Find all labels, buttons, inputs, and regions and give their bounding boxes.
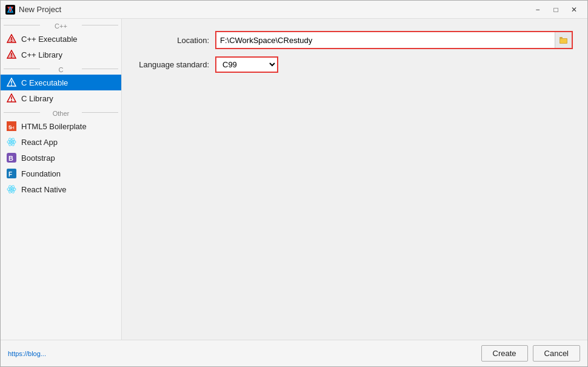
react-native-icon — [7, 184, 16, 194]
svg-text:B: B — [8, 155, 13, 162]
close-button[interactable]: ✕ — [566, 3, 583, 16]
sidebar-item-foundation-label: Foundation — [21, 169, 61, 178]
sidebar-item-cpp-library[interactable]: C++ Library — [1, 47, 121, 62]
create-button[interactable]: Create — [481, 345, 528, 362]
foundation-icon: F — [7, 169, 16, 178]
svg-point-5 — [11, 41, 12, 42]
section-label-cpp: C++ — [1, 19, 121, 31]
maximize-button[interactable]: □ — [547, 3, 564, 16]
main-panel: Location: Language s — [122, 19, 587, 340]
language-standard-select[interactable]: C89 C99 C11 C17 GNU99 GNU11 — [216, 58, 277, 72]
svg-point-19 — [10, 141, 13, 143]
location-input[interactable] — [216, 34, 555, 47]
titlebar: New Project − □ ✕ — [1, 1, 587, 19]
cpp-library-icon — [7, 50, 16, 59]
sidebar-item-react-app[interactable]: React App — [1, 134, 121, 150]
dialog-content: C++ C++ Executable — [1, 19, 587, 340]
sidebar-item-cpp-executable-label: C++ Executable — [21, 35, 78, 44]
bottom-bar: https://blog... Create Cancel — [1, 340, 587, 366]
status-text: https://blog... — [8, 350, 46, 357]
new-project-dialog: New Project − □ ✕ C++ C++ Executabl — [0, 0, 588, 367]
sidebar-item-c-executable[interactable]: C Executable — [1, 75, 121, 90]
sidebar-item-react-native[interactable]: React Native — [1, 181, 121, 197]
language-standard-row: Language standard: C89 C99 C11 C17 GNU99… — [136, 56, 573, 73]
location-row: Location: — [136, 31, 573, 49]
svg-point-9 — [11, 56, 12, 58]
sidebar-item-cpp-library-label: C++ Library — [21, 50, 62, 59]
location-label: Location: — [136, 36, 215, 45]
sidebar-item-foundation[interactable]: F Foundation — [1, 166, 121, 181]
sidebar-item-bootstrap[interactable]: B Bootstrap — [1, 150, 121, 166]
c-executable-icon — [7, 78, 16, 87]
window-controls: − □ ✕ — [529, 3, 583, 16]
sidebar-item-c-library-label: C Library — [21, 94, 53, 103]
svg-rect-33 — [560, 39, 567, 43]
folder-icon — [560, 36, 568, 44]
cpp-executable-icon — [7, 34, 16, 44]
bootstrap-icon: B — [7, 153, 16, 163]
sidebar-item-c-executable-label: C Executable — [21, 78, 68, 87]
c-library-icon — [7, 93, 16, 103]
minimize-button[interactable]: − — [529, 3, 546, 16]
sidebar-item-react-app-label: React App — [21, 138, 58, 147]
svg-text:H: H — [11, 125, 15, 130]
svg-point-12 — [11, 84, 12, 86]
language-standard-label: Language standard: — [136, 60, 215, 69]
svg-rect-32 — [560, 37, 563, 39]
form-section: Location: Language s — [136, 31, 573, 73]
sidebar-item-html5[interactable]: 5 H HTML5 Boilerplate — [1, 118, 121, 134]
sidebar-item-react-native-label: React Native — [21, 185, 66, 194]
sidebar-item-c-library[interactable]: C Library — [1, 90, 121, 106]
html5-icon: 5 H — [7, 121, 16, 131]
location-input-wrapper — [215, 31, 573, 49]
section-label-c: C — [1, 62, 121, 75]
react-app-icon — [7, 137, 16, 147]
sidebar-item-html5-label: HTML5 Boilerplate — [21, 122, 87, 131]
section-label-other: Other — [1, 106, 121, 118]
app-icon — [5, 5, 15, 15]
svg-point-15 — [11, 100, 12, 101]
browse-folder-button[interactable] — [555, 32, 572, 48]
cancel-button[interactable]: Cancel — [533, 345, 580, 362]
sidebar-item-cpp-executable[interactable]: C++ Executable — [1, 31, 121, 47]
svg-point-27 — [10, 188, 13, 190]
sidebar-item-bootstrap-label: Bootstrap — [21, 153, 55, 163]
svg-text:F: F — [8, 171, 12, 178]
window-title: New Project — [19, 5, 529, 14]
language-select-wrapper: C89 C99 C11 C17 GNU99 GNU11 — [215, 56, 278, 73]
sidebar: C++ C++ Executable — [1, 19, 122, 340]
